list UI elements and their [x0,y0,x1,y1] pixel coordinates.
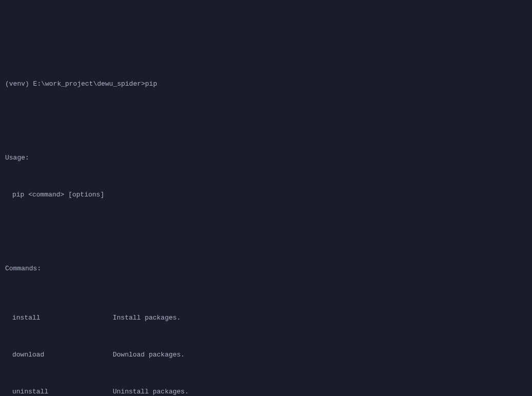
command-desc: Uninstall packages. [113,386,189,396]
command-name: download [5,349,113,361]
blank-line [5,226,527,238]
command-name: uninstall [5,386,113,396]
command-row: installInstall packages. [5,312,527,324]
command-desc: Download packages. [113,349,185,361]
prompt-line: (venv) E:\work_project\dewu_spider>pip [5,78,527,90]
command-row: downloadDownload packages. [5,349,527,361]
command-row: uninstallUninstall packages. [5,386,527,396]
blank-line [5,115,527,127]
command-name: install [5,312,113,324]
commands-header: Commands: [5,263,527,275]
terminal-output: (venv) E:\work_project\dewu_spider>pip U… [5,53,527,396]
usage-header: Usage: [5,152,527,164]
command-desc: Install packages. [113,312,181,324]
usage-line: pip <command> [options] [5,189,527,201]
